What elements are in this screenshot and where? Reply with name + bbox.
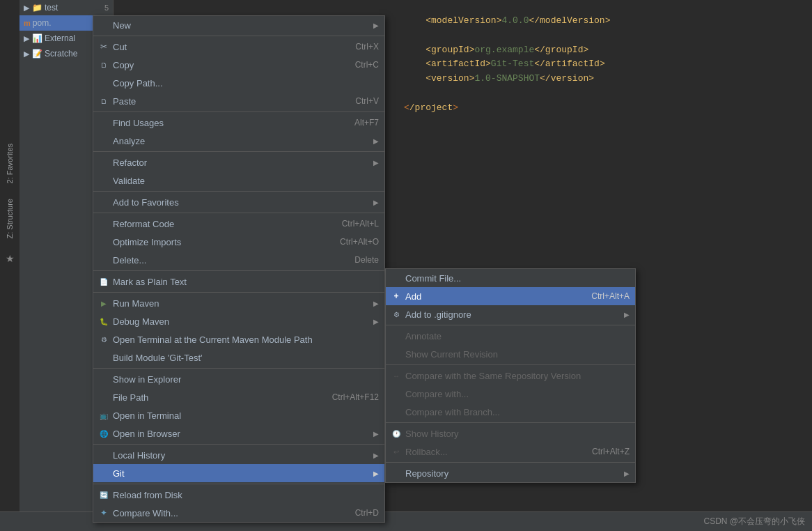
menu-item-delete[interactable]: Delete... Delete bbox=[93, 251, 384, 269]
menu-item-cut[interactable]: ✂ Cut Ctrl+X bbox=[93, 38, 384, 56]
git-compare-with-label: Compare with... bbox=[405, 389, 469, 399]
menu-item-find-usages[interactable]: Find Usages Alt+F7 bbox=[93, 114, 384, 132]
menu-item-reformat[interactable]: Reformat Code Ctrl+Alt+L bbox=[93, 215, 384, 233]
menu-item-cut-label: Cut bbox=[113, 42, 127, 52]
menu-item-show-explorer-label: Show in Explorer bbox=[113, 374, 181, 385]
git-repository-label: Repository bbox=[405, 468, 448, 479]
git-menu-repository[interactable]: Repository ▶ bbox=[386, 464, 635, 482]
menu-item-reformat-label: Reformat Code bbox=[113, 219, 174, 229]
tree-item-number: 5 bbox=[104, 3, 109, 12]
menu-item-open-browser-label: Open in Browser bbox=[113, 429, 180, 439]
submenu-arrow-repository: ▶ bbox=[624, 470, 630, 477]
git-menu-compare-same: ↔ Compare with the Same Repository Versi… bbox=[386, 367, 635, 385]
menu-item-validate[interactable]: Validate bbox=[93, 171, 384, 190]
tree-item-test[interactable]: ▶ 📁 test 5 bbox=[19, 0, 113, 15]
git-history-label: Show History bbox=[405, 429, 459, 439]
menu-item-new-label: New bbox=[113, 20, 131, 31]
submenu-arrow-analyze: ▶ bbox=[373, 137, 379, 145]
menu-item-git[interactable]: Git ▶ bbox=[93, 464, 384, 482]
menu-item-build-module[interactable]: Build Module 'Git-Test' bbox=[93, 348, 384, 367]
submenu-arrow-git: ▶ bbox=[373, 470, 379, 477]
git-sep-2 bbox=[386, 364, 635, 365]
submenu-arrow-debug-maven: ▶ bbox=[373, 318, 379, 325]
tree-expand-icon-scratch: ▶ bbox=[24, 49, 29, 59]
git-menu-compare-with: Compare with... bbox=[386, 385, 635, 403]
menu-item-file-path[interactable]: File Path Ctrl+Alt+F12 bbox=[93, 388, 384, 406]
sep-6 bbox=[93, 270, 384, 271]
tree-item-label-pom: pom. bbox=[33, 18, 52, 28]
open-terminal-icon: 📺 bbox=[97, 412, 110, 420]
menu-item-delete-label: Delete... bbox=[113, 255, 146, 266]
git-menu-rollback: ↩ Rollback... Ctrl+Alt+Z bbox=[386, 442, 635, 461]
menu-item-debug-maven[interactable]: 🐛 Debug Maven ▶ bbox=[93, 312, 384, 330]
git-add-icon: + bbox=[390, 291, 403, 301]
menu-item-optimize-label: Optimize Imports bbox=[113, 237, 181, 247]
git-menu-commit[interactable]: Commit File... bbox=[386, 269, 635, 287]
menu-item-add-favorites-label: Add to Favorites bbox=[113, 197, 179, 208]
submenu-arrow-browser: ▶ bbox=[373, 430, 379, 438]
debug-maven-icon: 🐛 bbox=[97, 318, 110, 325]
menu-item-optimize[interactable]: Optimize Imports Ctrl+Alt+O bbox=[93, 233, 384, 251]
reformat-shortcut: Ctrl+Alt+L bbox=[342, 219, 379, 229]
compare-shortcut: Ctrl+D bbox=[355, 508, 379, 518]
submenu-arrow-favorites: ▶ bbox=[373, 199, 379, 206]
git-menu-gitignore[interactable]: ⚙ Add to .gitignore ▶ bbox=[386, 305, 635, 323]
menu-item-build-module-label: Build Module 'Git-Test' bbox=[113, 353, 203, 363]
git-menu-compare-branch: Compare with Branch... bbox=[386, 403, 635, 421]
menu-item-open-browser[interactable]: 🌐 Open in Browser ▶ bbox=[93, 424, 384, 442]
paste-icon: 🗋 bbox=[97, 98, 110, 105]
menu-item-debug-maven-label: Debug Maven bbox=[113, 316, 169, 327]
submenu-arrow-gitignore: ▶ bbox=[624, 311, 630, 318]
submenu-arrow-run-maven: ▶ bbox=[373, 300, 379, 307]
tree-item-label-ext: External bbox=[45, 33, 75, 43]
git-context-menu: Commit File... + Add Ctrl+Alt+A ⚙ Add to… bbox=[385, 268, 636, 483]
history-icon: 🕐 bbox=[390, 430, 403, 438]
sep-10 bbox=[93, 484, 384, 484]
sidebar-tabs: 2: Favorites Z: Structure ★ bbox=[0, 0, 19, 531]
menu-item-new[interactable]: New ▶ bbox=[93, 16, 384, 34]
git-sep-3 bbox=[386, 422, 635, 423]
sidebar-tab-favorites[interactable]: 2: Favorites bbox=[3, 139, 17, 187]
git-sep-4 bbox=[386, 462, 635, 463]
submenu-arrow-refactor: ▶ bbox=[373, 159, 379, 167]
menu-item-paste-label: Paste bbox=[113, 96, 136, 107]
menu-item-file-path-label: File Path bbox=[113, 392, 148, 403]
submenu-arrow-history: ▶ bbox=[373, 452, 379, 459]
git-rollback-shortcut: Ctrl+Alt+Z bbox=[592, 447, 630, 456]
menu-item-open-terminal[interactable]: 📺 Open in Terminal bbox=[93, 406, 384, 424]
delete-shortcut: Delete bbox=[354, 255, 379, 265]
menu-item-open-terminal-maven[interactable]: ⚙ Open Terminal at the Current Maven Mod… bbox=[93, 330, 384, 348]
menu-item-reload[interactable]: 🔄 Reload from Disk bbox=[93, 486, 384, 504]
git-menu-add[interactable]: + Add Ctrl+Alt+A bbox=[386, 287, 635, 305]
menu-item-analyze[interactable]: Analyze ▶ bbox=[93, 132, 384, 150]
menu-item-local-history-label: Local History bbox=[113, 450, 165, 461]
git-add-label: Add bbox=[405, 291, 421, 302]
copy-shortcut: Ctrl+C bbox=[355, 60, 379, 70]
compare-same-icon: ↔ bbox=[390, 372, 403, 380]
menu-item-copy-path-label: Copy Path... bbox=[113, 78, 163, 88]
open-browser-icon: 🌐 bbox=[97, 430, 110, 438]
sep-2 bbox=[93, 111, 384, 112]
menu-item-local-history[interactable]: Local History ▶ bbox=[93, 446, 384, 464]
sidebar-tab-structure[interactable]: Z: Structure bbox=[3, 194, 17, 243]
menu-item-run-maven[interactable]: ▶ Run Maven ▶ bbox=[93, 294, 384, 312]
maven-icon: m bbox=[24, 19, 31, 27]
tree-expand-icon: ▶ bbox=[24, 3, 29, 13]
menu-item-copy-path[interactable]: Copy Path... bbox=[93, 74, 384, 92]
reload-icon: 🔄 bbox=[97, 491, 110, 499]
menu-item-compare-label: Compare With... bbox=[113, 508, 178, 518]
copy-icon: 🗋 bbox=[97, 61, 110, 69]
git-annotate-label: Annotate bbox=[405, 331, 442, 341]
submenu-arrow-new: ▶ bbox=[373, 22, 379, 29]
menu-item-compare[interactable]: ✦ Compare With... Ctrl+D bbox=[93, 504, 384, 522]
menu-item-show-explorer[interactable]: Show in Explorer bbox=[93, 370, 384, 388]
menu-item-reload-label: Reload from Disk bbox=[113, 490, 182, 500]
menu-item-refactor[interactable]: Refactor ▶ bbox=[93, 153, 384, 171]
menu-item-git-label: Git bbox=[113, 468, 125, 479]
git-menu-show-revision: Show Current Revision bbox=[386, 345, 635, 363]
menu-item-paste[interactable]: 🗋 Paste Ctrl+V bbox=[93, 92, 384, 110]
menu-item-copy[interactable]: 🗋 Copy Ctrl+C bbox=[93, 56, 384, 74]
menu-item-mark-plain[interactable]: 📄 Mark as Plain Text bbox=[93, 272, 384, 291]
menu-item-find-usages-label: Find Usages bbox=[113, 118, 164, 128]
menu-item-add-to-favorites[interactable]: Add to Favorites ▶ bbox=[93, 193, 384, 211]
